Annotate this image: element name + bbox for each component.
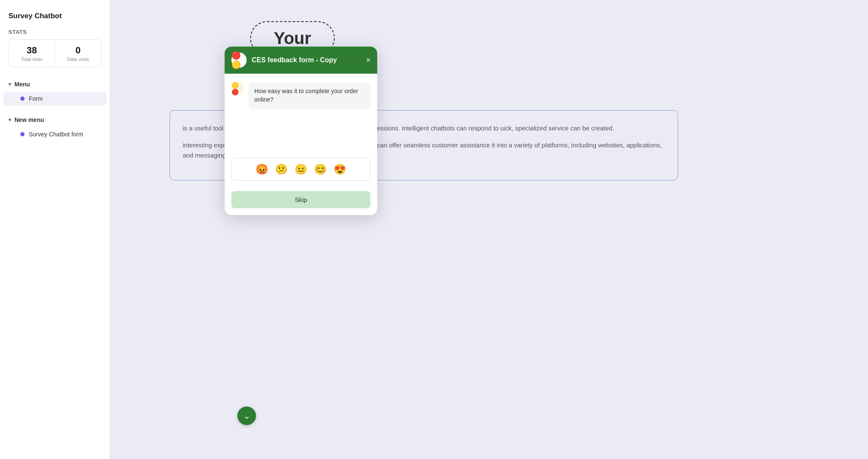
dashed-box-text: Your (274, 29, 311, 48)
message-avatar-dots: 🟡🔴 (231, 82, 244, 95)
daily-visits-number: 0 (59, 45, 97, 56)
sidebar-title: Survey Chatbot (0, 8, 110, 29)
message-bubble: How easy was it to complete your order o… (248, 82, 370, 109)
scroll-down-button[interactable]: ⌄ (237, 406, 256, 425)
total-visits-number: 38 (13, 45, 50, 56)
dot-icon (20, 97, 25, 101)
daily-visits-label: Daily visits (59, 57, 97, 62)
emoji-neutral[interactable]: 😐 (292, 162, 310, 177)
emoji-happy[interactable]: 😊 (312, 162, 329, 177)
message-avatar: 🟡🔴 (231, 82, 244, 95)
emoji-love[interactable]: 😍 (331, 162, 349, 177)
menu-section-menu: ▾ Menu Form (0, 77, 110, 106)
menu-section-header-menu[interactable]: ▾ Menu (0, 77, 110, 91)
total-visits-stat: 38 Total visits (9, 40, 55, 67)
menu-item-label: Form (29, 95, 43, 102)
modal-title: CES feedback form - Copy (252, 56, 361, 64)
stats-label: Stats (0, 29, 110, 39)
dot-icon-2 (20, 132, 25, 136)
emoji-disappointed[interactable]: 😕 (273, 162, 290, 177)
modal-avatar: 🔴🟡 (231, 53, 247, 68)
chevron-down-icon-2: ▾ (8, 117, 11, 123)
daily-visits-stat: 0 Daily visits (55, 40, 101, 67)
ces-feedback-modal: 🔴🟡 CES feedback form - Copy × 🟡🔴 How eas… (225, 47, 377, 215)
avatar-dots: 🔴🟡 (231, 51, 247, 69)
chevron-down-icon: ▾ (8, 81, 11, 87)
question-text: How easy was it to complete your order o… (254, 88, 358, 103)
sidebar-item-survey-chatbot-form[interactable]: Survey Chatbot form (3, 127, 106, 141)
stats-row: 38 Total visits 0 Daily visits (8, 39, 101, 67)
total-visits-label: Total visits (13, 57, 50, 62)
message-row: 🟡🔴 How easy was it to complete your orde… (231, 82, 370, 109)
close-icon[interactable]: × (366, 56, 370, 64)
main-content: Your is a useful tool for streamlining a… (110, 0, 868, 459)
emoji-angry[interactable]: 😡 (253, 162, 271, 177)
skip-button[interactable]: Skip (231, 191, 370, 208)
modal-body: 🟡🔴 How easy was it to complete your orde… (225, 74, 377, 215)
new-menu-section-label: New menu (14, 116, 44, 123)
sidebar: Survey Chatbot Stats 38 Total visits 0 D… (0, 0, 110, 459)
sidebar-item-form[interactable]: Form (3, 92, 106, 105)
chevron-down-icon-scroll: ⌄ (243, 411, 250, 421)
menu-section-label: Menu (14, 81, 30, 88)
menu-section-header-new-menu[interactable]: ▾ New menu (0, 113, 110, 127)
modal-header: 🔴🟡 CES feedback form - Copy × (225, 47, 377, 74)
survey-chatbot-form-label: Survey Chatbot form (29, 131, 83, 138)
emoji-rating-row: 😡 😕 😐 😊 😍 (231, 158, 370, 181)
menu-section-new-menu: ▾ New menu Survey Chatbot form (0, 113, 110, 142)
